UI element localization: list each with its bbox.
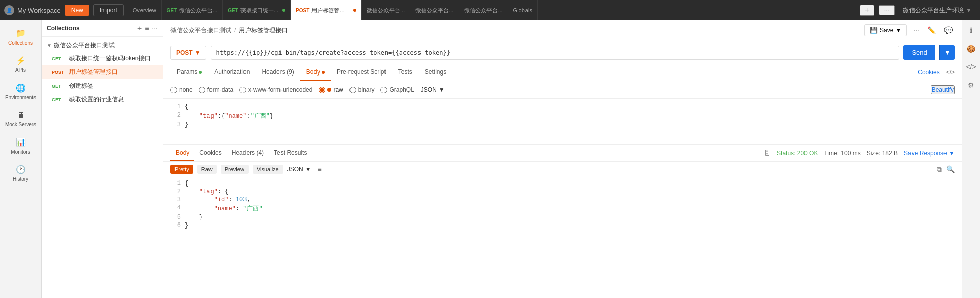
tab-tab5[interactable]: 微信公众平台... [410, 0, 459, 20]
resp-tab-body[interactable]: Body [170, 145, 194, 161]
body-type-binary[interactable]: binary [349, 86, 375, 93]
sidebar-item-environments[interactable]: 🌐Environments [2, 79, 40, 104]
resp-json-selector[interactable]: JSON ▼ [287, 166, 311, 173]
resp-copy-icon[interactable]: ⧉ [937, 165, 942, 174]
collection-item[interactable]: GET获取设置的行业信息 [42, 93, 163, 106]
resp-json-chevron-icon: ▼ [305, 166, 311, 173]
top-bar: 👤 My Workspace New Import OverviewGET微信公… [0, 0, 980, 20]
beautify-button[interactable]: Beautify [931, 85, 955, 94]
item-name: 获取设置的行业信息 [69, 95, 124, 104]
tab-tab6[interactable]: 微信公众平台... [459, 0, 508, 20]
code-icon[interactable]: </> [946, 69, 955, 76]
group-chevron-icon: ▼ [47, 43, 52, 48]
url-input[interactable] [211, 46, 900, 60]
method-label: POST [176, 49, 193, 56]
tab-method-label: GET [228, 8, 238, 13]
sidebar-item-collections[interactable]: 📁Collections [2, 24, 40, 50]
sidebar-item-monitors[interactable]: 📊Monitors [2, 133, 40, 159]
resp-tab-test-results[interactable]: Test Results [269, 145, 312, 161]
panel-more-icon[interactable]: ··· [152, 24, 158, 32]
collection-item[interactable]: POST用户标签管理接口 [42, 65, 163, 79]
body-type-formdata[interactable]: form-data [199, 86, 233, 93]
preview-button[interactable]: Preview [221, 165, 249, 174]
req-tab-body[interactable]: Body [300, 64, 331, 81]
more-tabs-button[interactable]: ··· [879, 5, 895, 15]
tab-tab4[interactable]: 微信公众平台... [362, 0, 410, 20]
request-body-editor[interactable]: 1{2 "tag":{"name":"广西"}3} [163, 99, 962, 144]
req-tab-authorization[interactable]: Authorization [208, 64, 256, 81]
add-collection-icon[interactable]: + [137, 24, 142, 32]
json-format-selector[interactable]: JSON ▼ [421, 86, 445, 93]
collection-item[interactable]: GET创建标签 [42, 79, 163, 93]
method-selector[interactable]: POST ▼ [170, 46, 206, 60]
visualize-button[interactable]: Visualize [253, 165, 283, 174]
sidebar-item-history[interactable]: 🕐History [2, 161, 40, 186]
save-button[interactable]: 💾 Save ▼ [864, 24, 907, 36]
body-type-raw[interactable]: raw [319, 86, 343, 93]
breadcrumb-actions: 💾 Save ▼ ··· ✏️ 💬 [864, 24, 955, 36]
line-content: "name": "广西" [185, 204, 263, 213]
resp-filter-icon[interactable]: ≡ [318, 165, 322, 173]
status-code: Status: 200 OK [777, 150, 818, 157]
resp-tab-headers[interactable]: Headers (4) [227, 145, 269, 161]
send-button[interactable]: Send [903, 45, 935, 60]
send-dropdown-button[interactable]: ▼ [939, 45, 955, 60]
resp-tab-cookies[interactable]: Cookies [194, 145, 226, 161]
breadcrumb-current: 用户标签管理接口 [239, 26, 288, 35]
settings-icon[interactable]: ⚙ [966, 79, 976, 91]
edit-icon[interactable]: ✏️ [925, 25, 938, 35]
body-type-none[interactable]: none [170, 86, 193, 93]
panel-header: Collections + ≡ ··· [42, 20, 163, 37]
save-dropdown-icon: ▼ [895, 27, 901, 34]
body-type-urlencoded[interactable]: x-www-form-urlencoded [239, 86, 312, 93]
item-method-label: GET [52, 97, 66, 102]
item-method-label: POST [52, 70, 66, 75]
new-button[interactable]: New [65, 5, 89, 16]
line-number: 2 [170, 188, 181, 195]
resp-body-line: 2 "tag": { [163, 188, 962, 196]
collection-item[interactable]: GET获取接口统一鉴权码token接口 [42, 52, 163, 65]
req-tab-tests[interactable]: Tests [392, 64, 418, 81]
environments-icon: 🌐 [16, 83, 26, 93]
req-tab-headers[interactable]: Headers (9) [256, 64, 300, 81]
history-icon: 🕐 [16, 165, 26, 174]
raw-button[interactable]: Raw [197, 165, 217, 174]
info-icon[interactable]: ℹ [968, 24, 974, 36]
resp-db-icon: 🗄 [764, 150, 771, 157]
req-body-line: 1{ [163, 103, 962, 111]
more-actions-icon[interactable]: ··· [911, 25, 921, 35]
save-response-button[interactable]: Save Response ▼ [904, 150, 955, 157]
save-label: Save [880, 27, 893, 34]
code-icon[interactable]: </> [964, 61, 978, 73]
import-button[interactable]: Import [93, 4, 124, 16]
collection-group-header[interactable]: ▼ 微信公众平台接口测试 [42, 39, 163, 52]
sidebar-item-mock-servers[interactable]: 🖥Mock Servers [2, 106, 40, 131]
tab-tab3[interactable]: POST用户标签管理... [291, 0, 362, 20]
cookie-icon[interactable]: 🍪 [965, 43, 977, 55]
tab-tab2[interactable]: GET获取接口统一... [223, 0, 291, 20]
comment-icon[interactable]: 💬 [942, 25, 955, 35]
line-number: 3 [170, 121, 181, 128]
more-options-icon[interactable]: ≡ [145, 24, 149, 32]
tab-tab7[interactable]: Globals [508, 0, 538, 20]
cookies-link[interactable]: Cookies [918, 69, 939, 76]
panel-actions: + ≡ ··· [137, 24, 158, 32]
req-tab-prerequest[interactable]: Pre-request Script [331, 64, 392, 81]
tab-tab1[interactable]: GET微信公众平台... [162, 0, 223, 20]
environment-selector[interactable]: 微信公众平台生产环境 ▼ [899, 6, 976, 15]
tab-overview[interactable]: Overview [128, 0, 162, 20]
response-size: Size: 182 B [867, 150, 898, 157]
response-area: BodyCookiesHeaders (4)Test Results 🗄 Sta… [163, 144, 962, 246]
sidebar-item-apis[interactable]: ⚡APIs [2, 52, 40, 77]
req-tab-settings[interactable]: Settings [418, 64, 452, 81]
tab-title: 微信公众平台... [179, 7, 217, 14]
line-number: 6 [170, 222, 181, 229]
body-type-graphql[interactable]: GraphQL [380, 86, 414, 93]
resp-search-icon[interactable]: 🔍 [946, 165, 955, 173]
line-content: } [185, 214, 203, 221]
line-number: 5 [170, 214, 181, 221]
req-tab-params[interactable]: Params [170, 64, 208, 81]
breadcrumb-separator: / [234, 27, 236, 34]
add-tab-button[interactable]: + [860, 5, 874, 16]
pretty-button[interactable]: Pretty [170, 165, 193, 174]
